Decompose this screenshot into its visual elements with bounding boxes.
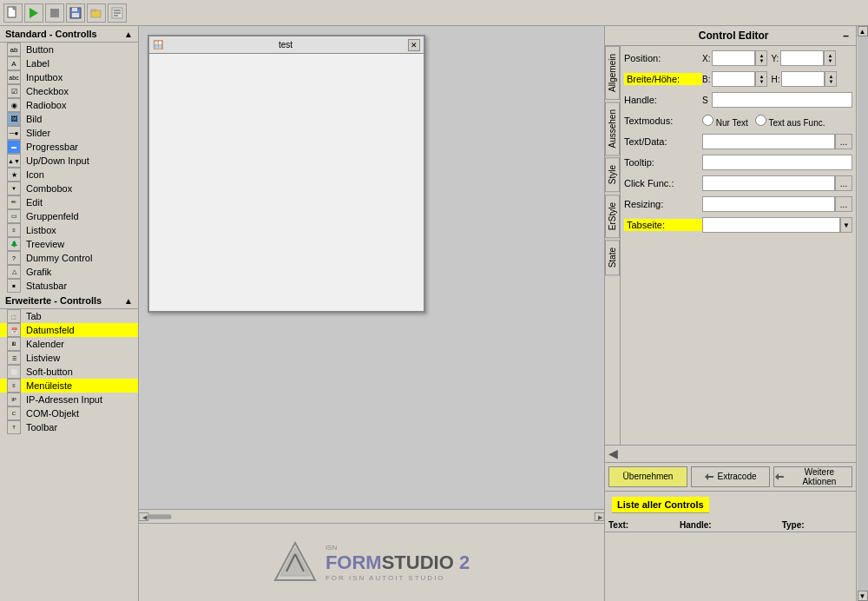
control-toolbar[interactable]: T Toolbar [0,420,138,434]
extended-collapse-icon[interactable]: ▲ [124,296,133,306]
col-type: Type: [779,518,856,532]
position-row: Position: X: ▲▼ Y: ▲▼ [624,50,852,67]
resizing-label: Resizing: [624,199,702,209]
resizing-browse-button[interactable]: ... [835,196,852,212]
control-statusbar[interactable]: ■ Statusbar [0,279,138,293]
control-button[interactable]: ab Button [0,43,138,56]
control-kalender[interactable]: 🗓 Kalender [0,337,138,351]
b-spin[interactable]: ▲▼ [755,71,767,87]
ubernehmen-button[interactable]: Übernehmen [608,466,687,487]
extended-section-label: Erweiterte - Controlls [5,295,102,306]
breite-row: Breite/Höhe: B: ▲▼ H: ▲▼ [624,70,852,88]
run-button[interactable] [24,3,43,23]
tab-erstyle[interactable]: ErStyle [605,195,620,238]
standard-collapse-icon[interactable]: ▲ [124,30,133,39]
softbutton-icon: ⬜ [7,365,21,379]
tab-content: Position: X: ▲▼ Y: ▲▼ Breite/Höhe: B: ▲▼… [621,46,856,445]
text-data-browse-button[interactable]: ... [835,134,852,149]
control-tab[interactable]: ⬚ Tab [0,309,138,323]
svg-rect-8 [91,10,95,11]
nur-text-option[interactable]: Nur Text [702,115,748,128]
new-button[interactable] [3,3,23,23]
control-slider[interactable]: ─● Slider [0,126,138,140]
control-progressbar[interactable]: ▬ Progressbar [0,140,138,154]
horizontal-scrollbar[interactable]: ◀ ▶ [139,509,604,523]
canvas-area[interactable]: 🪟 test ✕ [139,26,604,509]
standard-section-header[interactable]: Standard - Controlls ▲ [0,26,138,43]
x-spin[interactable]: ▲▼ [755,50,767,66]
listview-icon: ☰ [7,351,21,365]
tabseite-dropdown-arrow[interactable]: ▼ [840,217,852,233]
resizing-input[interactable] [702,196,835,212]
tabseite-label: Tabseite: [624,219,702,231]
control-listview[interactable]: ☰ Listview [0,351,138,365]
tooltip-input[interactable] [702,155,852,170]
control-icon[interactable]: ★ Icon [0,168,138,182]
b-input[interactable] [712,71,755,87]
y-spin[interactable]: ▲▼ [824,50,836,66]
control-com-objekt[interactable]: C COM-Objekt [0,406,138,420]
y-input[interactable] [780,50,824,66]
click-func-input[interactable] [702,175,835,191]
handle-label: Handle: [624,95,702,105]
form-window[interactable]: 🪟 test ✕ [148,35,425,313]
control-combobox[interactable]: ▼ Combobox [0,182,138,195]
y-label: Y: [771,54,779,63]
tabseite-dropdown[interactable] [702,217,840,233]
click-func-browse-button[interactable]: ... [835,175,852,191]
text-data-row: Text/Data: ... [624,133,852,150]
control-softbutton[interactable]: ⬜ Soft-button [0,365,138,379]
left-panel: Standard - Controlls ▲ ab Button A Label… [0,26,139,601]
text-data-input[interactable] [702,134,835,149]
tab-aussehen[interactable]: Aussehen [605,102,620,155]
breite-label: Breite/Höhe: [624,73,702,85]
menuleiste-icon: ≡ [7,379,21,393]
control-grafik[interactable]: △ Grafik [0,265,138,279]
vertical-scrollbar[interactable]: ▲ ▼ [856,26,868,601]
scroll-track [858,36,868,591]
control-dummy[interactable]: ? Dummy Control [0,251,138,265]
handle-input[interactable] [712,92,852,108]
extra-button[interactable] [108,3,127,23]
stop-button[interactable] [45,3,64,23]
weitere-aktionen-button[interactable]: Weitere Aktionen [773,466,852,487]
progressbar-icon: ▬ [7,140,21,154]
nur-text-radio[interactable] [702,115,713,126]
h-input[interactable] [781,71,825,87]
control-gruppenfeld[interactable]: ▭ Gruppenfeld [0,209,138,223]
tab-style[interactable]: Style [605,157,620,192]
control-listbox[interactable]: ≡ Listbox [0,223,138,237]
tab-state[interactable]: State [605,240,620,275]
col-text: Text: [605,518,676,532]
control-editor-close-icon[interactable]: – [843,30,849,42]
control-menuleiste[interactable]: ≡ Menüleiste [0,379,138,393]
table-row [605,532,856,545]
tab-allgemein[interactable]: Allgemein [605,46,620,100]
combobox-icon: ▼ [7,182,21,195]
control-inputbox[interactable]: abc Inputbox [0,70,138,84]
control-treeview[interactable]: 🌲 Treeview [0,237,138,251]
tooltip-row: Tooltip: [624,154,852,171]
control-checkbox[interactable]: ☑ Checkbox [0,84,138,98]
control-radiobox[interactable]: ◉ Radiobox [0,98,138,112]
text-func-option[interactable]: Text aus Func. [755,115,825,128]
save-button[interactable] [66,3,85,23]
open-button[interactable] [87,3,106,23]
control-edit[interactable]: ✏ Edit [0,195,138,209]
x-input[interactable] [712,50,755,66]
control-updown[interactable]: ▲▼ Up/Down Input [0,154,138,168]
svg-rect-5 [72,8,77,11]
extended-section-header[interactable]: Erweiterte - Controlls ▲ [0,293,138,309]
statusbar-icon: ■ [7,279,21,293]
scroll-down-button[interactable]: ▼ [858,591,868,601]
control-datumsfeld[interactable]: 📅 Datumsfeld [0,323,138,337]
scroll-up-button[interactable]: ▲ [858,26,868,36]
control-ip-adressen[interactable]: IP IP-Adressen Input [0,393,138,406]
control-bild[interactable]: 🖼 Bild [0,112,138,126]
extracode-button[interactable]: Extracode [691,466,770,487]
h-spin[interactable]: ▲▼ [825,71,837,87]
control-label[interactable]: A Label [0,56,138,70]
form-close-button[interactable]: ✕ [408,39,420,51]
nav-left-icon[interactable]: ◀ [608,446,618,460]
text-func-radio[interactable] [755,115,766,126]
